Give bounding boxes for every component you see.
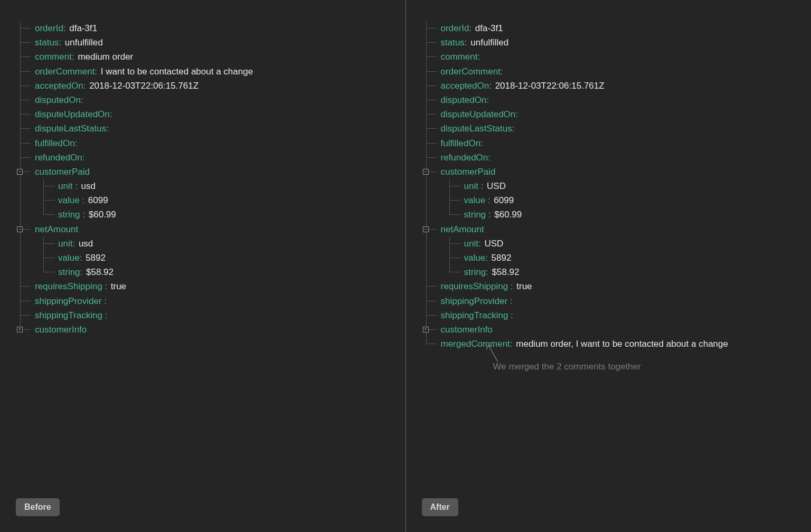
key-shippingTracking: shippingTracking : — [35, 310, 107, 320]
key-cp-value: value : — [464, 195, 491, 205]
before-tree: orderId: dfa-3f1 status: unfulfilled com… — [20, 21, 390, 337]
key-cp-unit: unit : — [464, 181, 484, 191]
key-na-unit: unit: — [464, 239, 481, 249]
tree-row-fulfilledOn: fulfilledOn: — [426, 136, 796, 150]
key-comment: comment: — [441, 52, 480, 62]
collapse-icon[interactable] — [17, 169, 23, 175]
tree-row-na-unit: unit: usd — [39, 236, 390, 251]
key-customerPaid: customerPaid — [441, 167, 496, 177]
key-disputedOn: disputedOn: — [441, 95, 489, 105]
tree-row-disputeLastStatus: disputeLastStatus: — [20, 121, 390, 136]
tree-row-cp-value: value : 6099 — [39, 193, 390, 207]
key-disputeUpdatedOn: disputeUpdatedOn: — [441, 109, 518, 119]
val-na-value: 5892 — [492, 253, 512, 263]
key-customerInfo: customerInfo — [441, 325, 493, 335]
key-netAmount: netAmount — [441, 224, 484, 234]
key-customerInfo: customerInfo — [35, 325, 87, 335]
val-acceptedOn: 2018-12-03T22:06:15.761Z — [495, 81, 605, 91]
key-acceptedOn: acceptedOn: — [35, 81, 86, 91]
val-na-unit: USD — [484, 239, 503, 249]
tree-row-disputedOn: disputedOn: — [426, 93, 796, 107]
tree-row-customerInfo[interactable]: customerInfo — [20, 322, 390, 337]
key-status: status: — [441, 37, 467, 48]
tree-row-fulfilledOn: fulfilledOn: — [20, 136, 390, 150]
expand-icon[interactable] — [423, 327, 429, 332]
key-shippingTracking: shippingTracking : — [441, 310, 513, 320]
val-orderComment: I want to be contacted about a change — [101, 66, 253, 77]
tree-row-refundedOn: refundedOn: — [20, 150, 390, 165]
tree-row-shippingProvider: shippingProvider : — [20, 294, 390, 308]
key-fulfilledOn: fulfilledOn: — [35, 138, 77, 148]
key-disputedOn: disputedOn: — [35, 95, 83, 105]
tree-row-customerInfo[interactable]: customerInfo — [426, 322, 796, 337]
collapse-icon[interactable] — [17, 226, 23, 232]
before-pane: orderId: dfa-3f1 status: unfulfilled com… — [0, 0, 406, 532]
key-refundedOn: refundedOn: — [35, 153, 85, 163]
val-cp-value: 6099 — [494, 195, 514, 205]
key-na-string: string: — [58, 267, 82, 277]
tree-row-disputedOn: disputedOn: — [20, 93, 390, 107]
key-cp-value: value : — [58, 195, 84, 205]
key-na-value: value: — [464, 253, 488, 263]
tree-row-comment: comment: — [426, 50, 796, 64]
tree-row-customerPaid[interactable]: customerPaid unit : USD value : 6099 str… — [426, 165, 796, 222]
key-status: status: — [35, 37, 61, 48]
collapse-icon[interactable] — [423, 169, 429, 175]
val-orderId: dfa-3f1 — [475, 23, 503, 33]
tree-row-na-string: string: $58.92 — [445, 265, 796, 279]
val-cp-string: $60.99 — [89, 210, 116, 220]
val-cp-unit: USD — [487, 181, 506, 191]
key-disputeLastStatus: disputeLastStatus: — [35, 124, 109, 134]
key-disputeUpdatedOn: disputeUpdatedOn: — [35, 109, 112, 119]
tree-row-shippingTracking: shippingTracking : — [20, 308, 390, 322]
tree-row-acceptedOn: acceptedOn: 2018-12-03T22:06:15.761Z — [426, 79, 796, 93]
val-cp-value: 6099 — [88, 195, 108, 205]
tree-row-orderComment: orderComment: I want to be contacted abo… — [20, 64, 390, 79]
val-orderId: dfa-3f1 — [69, 23, 97, 33]
val-requiresShipping: true — [111, 281, 126, 291]
tree-row-shippingProvider: shippingProvider : — [426, 294, 796, 308]
tree-row-status: status: unfulfilled — [20, 35, 390, 50]
key-requiresShipping: requiresShipping : — [441, 281, 513, 291]
tree-row-disputeLastStatus: disputeLastStatus: — [426, 121, 796, 136]
annotation-text: We merged the 2 comments together — [493, 362, 641, 372]
after-badge: After — [422, 498, 458, 516]
tree-row-shippingTracking: shippingTracking : — [426, 308, 796, 322]
expand-icon[interactable] — [17, 327, 23, 332]
tree-row-disputeUpdatedOn: disputeUpdatedOn: — [20, 107, 390, 121]
key-shippingProvider: shippingProvider : — [35, 296, 107, 306]
key-orderComment: orderComment: — [441, 66, 503, 77]
val-requiresShipping: true — [516, 281, 532, 291]
tree-row-orderId: orderId: dfa-3f1 — [20, 21, 390, 35]
tree-row-acceptedOn: acceptedOn: 2018-12-03T22:06:15.761Z — [20, 79, 390, 93]
val-na-string: $58.92 — [492, 267, 520, 277]
key-netAmount: netAmount — [35, 224, 78, 234]
tree-row-netAmount[interactable]: netAmount unit: usd value: 5892 string: … — [20, 222, 390, 280]
key-cp-string: string : — [464, 210, 491, 220]
after-tree: orderId: dfa-3f1 status: unfulfilled com… — [426, 21, 796, 351]
key-na-value: value: — [58, 253, 82, 263]
key-mergedComment: mergedComment: — [441, 339, 513, 349]
key-cp-unit: unit : — [58, 181, 78, 191]
tree-row-disputeUpdatedOn: disputeUpdatedOn: — [426, 107, 796, 121]
tree-row-netAmount[interactable]: netAmount unit: USD value: 5892 string: … — [426, 222, 796, 280]
key-acceptedOn: acceptedOn: — [441, 81, 492, 91]
tree-row-orderId: orderId: dfa-3f1 — [426, 21, 796, 35]
val-status: unfulfilled — [65, 37, 103, 48]
tree-row-na-value: value: 5892 — [445, 251, 796, 265]
tree-row-mergedComment: mergedComment: medium order, I want to b… — [426, 337, 796, 351]
tree-row-cp-value: value : 6099 — [445, 193, 796, 207]
val-status: unfulfilled — [470, 37, 508, 48]
tree-row-requiresShipping: requiresShipping : true — [426, 279, 796, 293]
tree-row-cp-string: string : $60.99 — [39, 207, 390, 222]
tree-row-na-value: value: 5892 — [39, 251, 390, 265]
tree-row-customerPaid[interactable]: customerPaid unit : usd value : 6099 str… — [20, 165, 390, 222]
key-requiresShipping: requiresShipping : — [35, 281, 107, 291]
tree-row-cp-unit: unit : usd — [39, 179, 390, 193]
key-orderId: orderId: — [441, 23, 472, 33]
tree-row-comment: comment: medium order — [20, 50, 390, 64]
key-fulfilledOn: fulfilledOn: — [441, 138, 483, 148]
val-acceptedOn: 2018-12-03T22:06:15.761Z — [89, 81, 199, 91]
collapse-icon[interactable] — [423, 226, 429, 232]
tree-row-status: status: unfulfilled — [426, 35, 796, 50]
